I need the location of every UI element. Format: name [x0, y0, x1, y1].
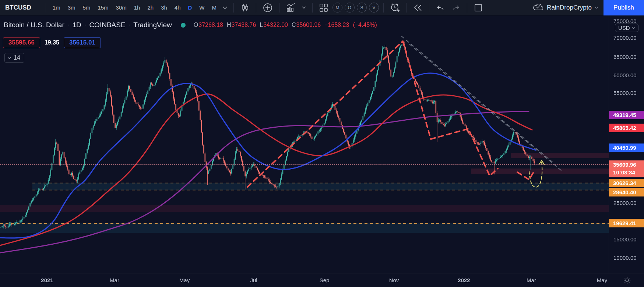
change-value: −1658.23 — [324, 22, 349, 28]
candlestick-style-icon[interactable] — [237, 1, 253, 14]
replay-icon[interactable] — [410, 2, 426, 13]
time-axis-label: May — [597, 277, 607, 283]
market-status-dot — [181, 23, 186, 28]
toolbar-separator — [233, 3, 234, 13]
bar-countdown: 10:03:34 — [613, 169, 644, 176]
time-axis-label: Sep — [320, 277, 330, 283]
timeframe-M[interactable]: M — [209, 3, 220, 12]
toolbar-separator — [429, 3, 429, 13]
price-axis-label: 60000.00 — [613, 72, 637, 78]
toolbar-separator — [407, 3, 407, 13]
timeframe-3m[interactable]: 3m — [64, 3, 79, 12]
chart-title: Bitcoin / U.S. Dollar — [4, 21, 64, 29]
layout-select-icon[interactable] — [471, 1, 486, 14]
chevron-down-icon — [7, 57, 11, 59]
timeframe-W[interactable]: W — [196, 3, 208, 12]
timeframe-5m[interactable]: 5m — [80, 3, 94, 12]
timeframe-1m[interactable]: 1m — [49, 3, 64, 12]
price-axis-label: 75000.00 — [613, 18, 637, 24]
last-price-badge[interactable]: 35609.9610:03:34 — [609, 160, 644, 177]
separator-dot: · — [84, 21, 87, 29]
chart-exchange: COINBASE — [89, 21, 125, 29]
toolbar-separator — [312, 3, 313, 13]
time-axis[interactable]: 2021MarMayJulSepNov2022MarMay — [0, 273, 644, 287]
timeframe-2h[interactable]: 2h — [144, 3, 157, 12]
publish-button[interactable]: Publish — [603, 0, 644, 15]
price-alert-badge[interactable]: 49319.45 — [609, 111, 644, 119]
template-buttons: MOSV — [331, 3, 380, 13]
time-axis-label: 2022 — [458, 277, 470, 283]
currency-selector[interactable]: USD — [615, 24, 638, 32]
price-axis-label: 65000.00 — [613, 54, 637, 60]
cloud-check-icon — [533, 3, 544, 13]
open-value: 37268.18 — [198, 22, 223, 28]
price-alert-badge[interactable]: 40450.99 — [609, 144, 644, 152]
indicator-collapse-button[interactable]: 14 — [4, 53, 24, 63]
price-axis-label: 25000.00 — [613, 200, 637, 206]
timeframe-15m[interactable]: 15m — [94, 3, 112, 12]
price-alert-badge[interactable]: 45865.42 — [609, 124, 644, 132]
close-value: 35609.96 — [296, 22, 321, 28]
template-button-S[interactable]: S — [357, 3, 367, 13]
toolbar-separator — [256, 3, 256, 13]
toolbar-separator — [467, 3, 467, 13]
tradingview-window: BTCUSD 1m3m5m15m30m1h2h3h4hDWM — [0, 0, 644, 287]
timeframe-D[interactable]: D — [185, 3, 196, 12]
indicators-chevron-icon[interactable] — [299, 5, 309, 10]
chart-brand: TradingView — [133, 21, 172, 29]
indicator-count: 14 — [14, 54, 20, 61]
high-value: 37438.76 — [232, 22, 256, 28]
cloud-account-menu[interactable]: RainDropCrypto — [528, 3, 603, 13]
price-axis-label: 10000.00 — [613, 255, 637, 261]
separator-dot: · — [67, 21, 70, 29]
top-toolbar: BTCUSD 1m3m5m15m30m1h2h3h4hDWM — [0, 0, 644, 15]
undo-icon[interactable] — [433, 3, 448, 13]
template-button-O[interactable]: O — [345, 3, 355, 13]
change-percent: (−4.45%) — [353, 22, 377, 28]
price-axis-label: 55000.00 — [613, 90, 637, 96]
symbol-button[interactable]: BTCUSD — [0, 4, 42, 11]
toolbar-separator — [383, 3, 384, 13]
price-axis[interactable]: USD 75000.0070000.0065000.0060000.005500… — [609, 15, 644, 273]
bid-badge[interactable]: 35595.66 — [3, 37, 40, 48]
bid-ask-row: 35595.66 19.35 35615.01 — [3, 37, 101, 48]
account-chevron-icon — [595, 6, 598, 9]
time-axis-label: May — [179, 277, 190, 283]
price-alert-badge[interactable]: 30626.34 — [609, 179, 644, 187]
time-axis-label: Nov — [389, 277, 399, 283]
timeframe-30m[interactable]: 30m — [113, 3, 130, 12]
separator-dot: · — [129, 21, 131, 29]
ohlc-values: O37268.18 H37438.76 L34322.00 C35609.96 … — [194, 22, 377, 28]
price-axis-label: 15000.00 — [613, 236, 637, 242]
indicators-icon[interactable] — [283, 1, 299, 14]
spread-value: 19.35 — [45, 39, 59, 46]
chart-legend[interactable]: Bitcoin / U.S. Dollar · 1D · COINBASE · … — [4, 21, 377, 29]
template-button-V[interactable]: V — [369, 3, 379, 13]
chevron-down-icon — [632, 27, 635, 29]
timeframe-4h[interactable]: 4h — [171, 3, 184, 12]
toolbar-separator — [279, 3, 279, 13]
toolbar-separator — [46, 3, 46, 13]
ask-badge[interactable]: 35615.01 — [64, 37, 101, 48]
timeframe-3h[interactable]: 3h — [158, 3, 170, 12]
last-price: 35609.96 — [613, 161, 644, 169]
alert-add-icon[interactable] — [387, 1, 403, 14]
time-axis-label: Mar — [110, 277, 119, 283]
compare-add-icon[interactable] — [260, 1, 276, 14]
chart-interval: 1D — [72, 21, 81, 29]
price-alert-badge[interactable]: 19629.41 — [609, 219, 644, 227]
price-axis-label: 70000.00 — [613, 35, 637, 41]
template-button-M[interactable]: M — [332, 3, 342, 13]
low-value: 34322.00 — [263, 22, 288, 28]
currency-label: USD — [618, 25, 630, 31]
timeframe-group: 1m3m5m15m30m1h2h3h4hDWM — [49, 3, 220, 12]
price-alert-badge[interactable]: 28640.40 — [609, 188, 644, 196]
time-axis-label: Jul — [250, 277, 257, 283]
account-name: RainDropCrypto — [547, 4, 592, 11]
theme-sun-icon[interactable] — [623, 277, 631, 286]
chevron-down-icon[interactable] — [220, 5, 230, 11]
time-axis-label: 2021 — [41, 277, 53, 283]
redo-icon[interactable] — [448, 3, 464, 13]
layout-grid-icon[interactable] — [316, 1, 331, 14]
timeframe-1h[interactable]: 1h — [131, 3, 144, 12]
